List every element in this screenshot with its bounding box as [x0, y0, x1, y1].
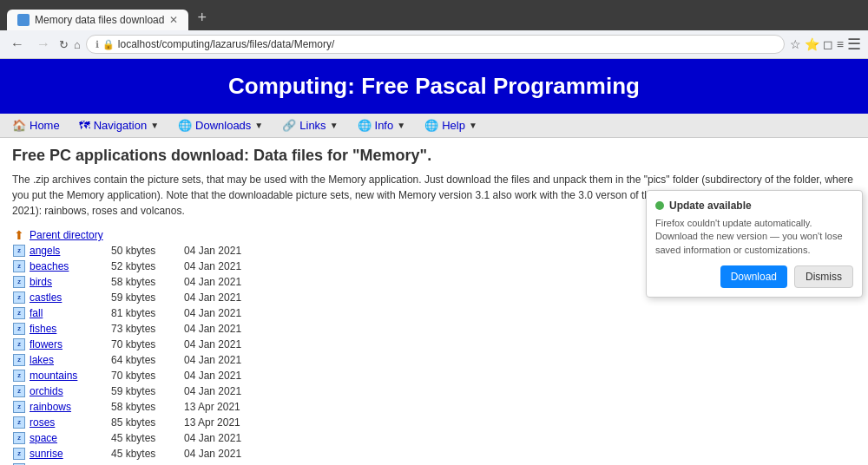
- file-zip-icon: Z: [12, 291, 26, 305]
- file-date: 04 Jan 2021: [184, 276, 241, 288]
- site-header: Computing: Free Pascal Programming: [0, 59, 868, 114]
- table-row: Z volcanos 78 kbytes 13 Apr 2021: [12, 462, 856, 465]
- active-tab[interactable]: Memory data files download ✕: [7, 10, 188, 30]
- file-link[interactable]: roses: [30, 416, 99, 429]
- reload-button[interactable]: ↻: [59, 38, 69, 51]
- file-link[interactable]: flowers: [30, 338, 99, 350]
- main-content: Free PC applications download: Data file…: [0, 138, 868, 465]
- tab-bar: Memory data files download ✕ +: [0, 0, 868, 30]
- file-date: 04 Jan 2021: [184, 432, 241, 444]
- file-zip-icon: Z: [12, 322, 26, 336]
- file-link[interactable]: orchids: [30, 385, 99, 397]
- security-icon: ℹ: [95, 39, 99, 50]
- address-bar: ← → ↻ ⌂ ℹ 🔒 localhost/computing/lazarus/…: [0, 30, 868, 59]
- nav-downloads[interactable]: 🌐 Downloads ▼: [169, 114, 272, 137]
- file-zip-icon: Z: [12, 416, 26, 429]
- page-title: Free PC applications download: Data file…: [12, 147, 856, 165]
- browser-window: Memory data files download ✕ + ← → ↻ ⌂ ℹ…: [0, 0, 868, 465]
- file-zip-icon: Z: [12, 306, 26, 320]
- nav-links[interactable]: 🔗 Links ▼: [273, 114, 346, 137]
- nav-help-arrow: ▼: [469, 121, 477, 130]
- file-zip-icon: Z: [12, 275, 26, 289]
- file-size: 58 kbytes: [111, 401, 181, 413]
- file-date: 13 Apr 2021: [184, 416, 240, 429]
- file-size: 45 kbytes: [111, 448, 181, 460]
- back-button[interactable]: ←: [7, 35, 28, 54]
- table-row: Z orchids 59 kbytes 04 Jan 2021: [12, 383, 856, 399]
- file-link[interactable]: beaches: [30, 260, 99, 272]
- bookmark-star-icon[interactable]: ☆: [790, 37, 801, 51]
- nav-navigation-arrow: ▼: [150, 121, 159, 130]
- file-size: 45 kbytes: [111, 432, 181, 444]
- update-popup: Update available Firefox couldn't update…: [646, 190, 863, 298]
- new-tab-button[interactable]: +: [192, 7, 212, 29]
- update-header: Update available: [655, 200, 853, 212]
- file-date: 04 Jan 2021: [184, 338, 241, 350]
- menu-icon[interactable]: ☰: [847, 35, 861, 54]
- pocket-icon[interactable]: ◻: [823, 37, 833, 51]
- nav-info[interactable]: 🌐 Info ▼: [349, 114, 415, 137]
- site-title: Computing: Free Pascal Programming: [228, 73, 640, 99]
- file-size: 81 kbytes: [111, 307, 181, 319]
- file-link[interactable]: birds: [30, 276, 99, 288]
- lock-icon: 🔒: [102, 39, 115, 50]
- file-zip-icon: Z: [12, 259, 26, 273]
- table-row: Z mountains 70 kbytes 04 Jan 2021: [12, 368, 856, 383]
- parent-dir-link[interactable]: Parent directory: [30, 229, 103, 241]
- file-link[interactable]: fall: [30, 307, 99, 319]
- nav-info-arrow: ▼: [397, 121, 405, 130]
- file-size: 73 kbytes: [111, 323, 181, 335]
- nav-navigation-icon: 🗺: [79, 119, 90, 132]
- table-row: Z sunrise 45 kbytes 04 Jan 2021: [12, 446, 856, 462]
- parent-dir-icon: ⬆: [12, 228, 26, 242]
- home-button[interactable]: ⌂: [74, 38, 81, 51]
- file-link[interactable]: rainbows: [30, 401, 99, 413]
- nav-links-icon: 🔗: [282, 119, 296, 132]
- file-size: 59 kbytes: [111, 291, 181, 304]
- toolbar-icons: ☆ ⭐ ◻ ≡ ☰: [790, 35, 861, 54]
- table-row: Z space 45 kbytes 04 Jan 2021: [12, 430, 856, 446]
- nav-help-icon: 🌐: [424, 119, 438, 132]
- url-text: localhost/computing/lazarus/files/data/M…: [118, 38, 334, 50]
- site-nav: 🏠 Home 🗺 Navigation ▼ 🌐 Downloads ▼ 🔗 Li…: [0, 114, 868, 138]
- reader-icon[interactable]: ≡: [837, 37, 844, 51]
- tab-favicon: [17, 14, 30, 26]
- file-date: 04 Jan 2021: [184, 307, 241, 319]
- file-link[interactable]: fishes: [30, 323, 99, 335]
- file-link[interactable]: space: [30, 432, 99, 444]
- file-link[interactable]: mountains: [30, 370, 99, 382]
- tab-title: Memory data files download: [35, 14, 164, 26]
- file-size: 70 kbytes: [111, 338, 181, 350]
- file-size: 64 kbytes: [111, 354, 181, 366]
- file-link[interactable]: castles: [30, 291, 99, 304]
- update-actions: Download Dismiss: [655, 265, 853, 288]
- file-date: 13 Apr 2021: [184, 401, 240, 413]
- file-size: 59 kbytes: [111, 385, 181, 397]
- nav-navigation[interactable]: 🗺 Navigation ▼: [70, 114, 168, 137]
- update-title: Update available: [669, 200, 752, 212]
- nav-home[interactable]: 🏠 Home: [3, 114, 69, 137]
- file-date: 04 Jan 2021: [184, 385, 241, 397]
- url-bar[interactable]: ℹ 🔒 localhost/computing/lazarus/files/da…: [86, 35, 785, 54]
- update-download-button[interactable]: Download: [720, 265, 787, 288]
- file-zip-icon: Z: [12, 400, 26, 414]
- file-size: 50 kbytes: [111, 245, 181, 257]
- update-dismiss-button[interactable]: Dismiss: [794, 265, 853, 288]
- file-link[interactable]: lakes: [30, 354, 99, 366]
- nav-help[interactable]: 🌐 Help ▼: [416, 114, 486, 137]
- file-link[interactable]: sunrise: [30, 448, 99, 460]
- file-zip-icon: Z: [12, 447, 26, 461]
- home-nav-icon: 🏠: [12, 119, 26, 132]
- tab-close-icon[interactable]: ✕: [169, 14, 178, 26]
- table-row: Z lakes 64 kbytes 04 Jan 2021: [12, 352, 856, 368]
- file-size: 52 kbytes: [111, 260, 181, 272]
- bookmark-icon[interactable]: ⭐: [805, 37, 819, 51]
- update-body: Firefox couldn't update automatically. D…: [655, 217, 853, 257]
- nav-downloads-arrow: ▼: [254, 121, 263, 130]
- forward-button[interactable]: →: [33, 35, 54, 54]
- file-date: 04 Jan 2021: [184, 245, 241, 257]
- file-size: 58 kbytes: [111, 276, 181, 288]
- file-date: 04 Jan 2021: [184, 260, 241, 272]
- file-link[interactable]: angels: [30, 245, 99, 257]
- nav-info-icon: 🌐: [358, 119, 372, 132]
